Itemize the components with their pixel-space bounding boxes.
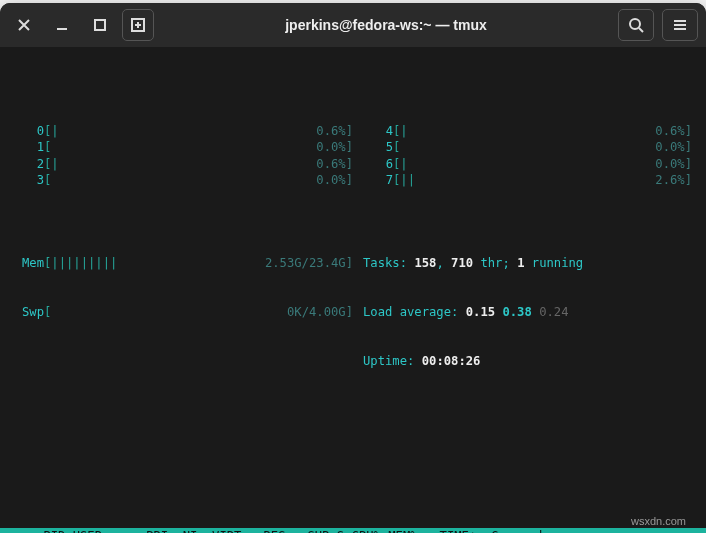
- svg-point-2: [630, 19, 640, 29]
- load-line: Load average: 0.15 0.38 0.24: [363, 304, 692, 320]
- tasks-line: Tasks: 158, 710 thr; 1 running: [363, 255, 692, 271]
- close-button[interactable]: [8, 9, 40, 41]
- terminal-window: jperkins@fedora-ws:~ — tmux 0[|0.6%]1[0.…: [0, 3, 706, 533]
- terminal-body[interactable]: 0[|0.6%]1[0.0%]2[|0.6%]3[0.0%] 4[|0.6%]5…: [0, 47, 706, 533]
- titlebar: jperkins@fedora-ws:~ — tmux: [0, 3, 706, 47]
- cpu-meter-6: 6[|0.0%]: [363, 156, 692, 172]
- cpu-meter-1: 1[0.0%]: [14, 139, 353, 155]
- window-title: jperkins@fedora-ws:~ — tmux: [160, 17, 612, 33]
- mem-meter: Mem[|||||||||2.53G/23.4G]: [14, 255, 353, 271]
- search-button[interactable]: [618, 9, 654, 41]
- htop-output: 0[|0.6%]1[0.0%]2[|0.6%]3[0.0%] 4[|0.6%]5…: [0, 90, 706, 475]
- minimize-button[interactable]: [46, 9, 78, 41]
- svg-rect-0: [95, 20, 105, 30]
- menu-button[interactable]: [662, 9, 698, 41]
- cpu-meter-3: 3[0.0%]: [14, 172, 353, 188]
- cpu-meter-5: 5[0.0%]: [363, 139, 692, 155]
- watermark: wsxdn.com: [631, 515, 686, 527]
- htop-columns-header[interactable]: PID USER PRI NI VIRT RES SHR S CPU%▽MEM%…: [0, 528, 706, 533]
- new-tab-button[interactable]: [122, 9, 154, 41]
- uptime-line: Uptime: 00:08:26: [363, 353, 692, 369]
- swp-meter: Swp[0K/4.00G]: [14, 304, 353, 320]
- cpu-meter-7: 7[||2.6%]: [363, 172, 692, 188]
- cpu-meter-4: 4[|0.6%]: [363, 123, 692, 139]
- cpu-meter-2: 2[|0.6%]: [14, 156, 353, 172]
- maximize-button[interactable]: [84, 9, 116, 41]
- cpu-meter-0: 0[|0.6%]: [14, 123, 353, 139]
